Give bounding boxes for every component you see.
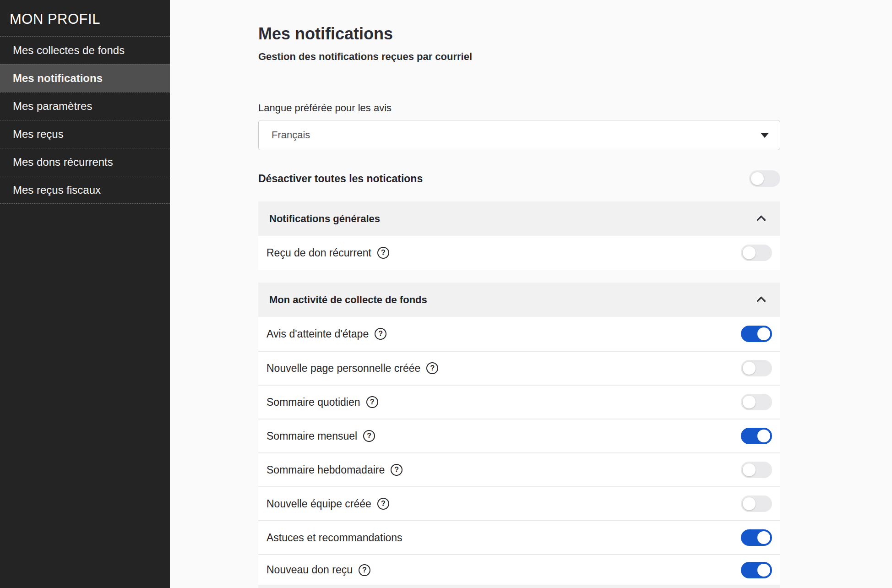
sidebar-item-parametres[interactable]: Mes paramètres	[0, 92, 170, 120]
help-icon[interactable]: ?	[366, 396, 378, 408]
row-label: Sommaire mensuel	[267, 430, 357, 442]
section-rows: Reçu de don récurrent ?	[258, 236, 780, 270]
help-icon[interactable]: ?	[359, 564, 370, 576]
row-label: Sommaire hebdomadaire	[267, 464, 385, 476]
row-label: Sommaire quotidien	[267, 396, 360, 408]
sidebar-item-recus-fiscaux[interactable]: Mes reçus fiscaux	[0, 176, 170, 204]
section-notifications-generales: Notifications générales Reçu de don récu…	[258, 201, 780, 270]
next-section-sliver	[258, 585, 780, 588]
help-icon[interactable]: ?	[426, 362, 438, 374]
notifications-settings-page: Mes notifications Gestion des notificati…	[258, 0, 780, 588]
section-title: Notifications générales	[269, 213, 380, 225]
disable-all-label: Désactiver toutes les notications	[258, 173, 423, 185]
section-header-notifications-generales[interactable]: Notifications générales	[258, 201, 780, 236]
row-recu-don-recurrent: Reçu de don récurrent ?	[258, 236, 780, 270]
sidebar-item-notifications[interactable]: Mes notifications	[0, 64, 170, 92]
row-avis-atteinte-etape: Avis d'atteinte d'étape ?	[258, 317, 780, 351]
page-subtitle: Gestion des notifications reçues par cou…	[258, 50, 780, 63]
section-title: Mon activité de collecte de fonds	[269, 294, 427, 306]
chevron-up-icon[interactable]	[756, 296, 766, 306]
toggle-nouveau-don-recu[interactable]	[741, 562, 772, 578]
language-select-value: Français	[272, 129, 310, 141]
help-icon[interactable]: ?	[377, 247, 389, 259]
profile-sidebar: MON PROFIL Mes collectes de fonds Mes no…	[0, 0, 170, 588]
section-mon-activite: Mon activité de collecte de fonds Avis d…	[258, 283, 780, 588]
chevron-up-icon[interactable]	[756, 215, 766, 225]
toggle-sommaire-hebdomadaire[interactable]	[741, 462, 772, 478]
disable-all-row: Désactiver toutes les notications	[258, 169, 780, 189]
sidebar-nav: Mes collectes de fonds Mes notifications…	[0, 36, 170, 204]
language-label: Langue préférée pour les avis	[258, 102, 780, 114]
toggle-nouvelle-equipe[interactable]	[741, 495, 772, 512]
page-title: Mes notifications	[258, 24, 780, 44]
disable-all-toggle[interactable]	[749, 170, 780, 187]
row-label: Nouveau don reçu	[267, 564, 353, 576]
section-header-mon-activite[interactable]: Mon activité de collecte de fonds	[258, 283, 780, 317]
sidebar-title: MON PROFIL	[0, 0, 170, 36]
toggle-astuces-recommandations[interactable]	[741, 529, 772, 546]
row-sommaire-hebdomadaire: Sommaire hebdomadaire ?	[258, 452, 780, 486]
toggle-sommaire-mensuel[interactable]	[741, 428, 772, 444]
row-label: Nouvelle équipe créée	[267, 498, 371, 510]
caret-down-icon	[761, 133, 769, 138]
row-label: Nouvelle page personnelle créée	[267, 362, 420, 375]
help-icon[interactable]: ?	[377, 498, 389, 510]
toggle-recu-don-recurrent[interactable]	[741, 245, 772, 261]
help-icon[interactable]: ?	[375, 328, 386, 340]
toggle-nouvelle-page-personnelle[interactable]	[741, 360, 772, 376]
toggle-sommaire-quotidien[interactable]	[741, 394, 772, 410]
row-nouvelle-equipe: Nouvelle équipe créée ?	[258, 486, 780, 520]
help-icon[interactable]: ?	[363, 430, 375, 442]
row-nouveau-don-recu: Nouveau don reçu ?	[258, 554, 780, 585]
row-nouvelle-page-personnelle: Nouvelle page personnelle créée ?	[258, 351, 780, 385]
sidebar-item-dons-recurrents[interactable]: Mes dons récurrents	[0, 148, 170, 176]
row-astuces-recommandations: Astuces et recommandations ?	[258, 520, 780, 554]
language-select[interactable]: Français	[258, 120, 780, 150]
help-icon[interactable]: ?	[391, 464, 402, 476]
row-label: Reçu de don récurrent	[267, 247, 371, 259]
section-rows: Avis d'atteinte d'étape ? Nouvelle page …	[258, 317, 780, 588]
row-sommaire-quotidien: Sommaire quotidien ?	[258, 385, 780, 419]
toggle-avis-atteinte-etape[interactable]	[741, 326, 772, 342]
sidebar-item-recus[interactable]: Mes reçus	[0, 120, 170, 148]
row-sommaire-mensuel: Sommaire mensuel ?	[258, 419, 780, 452]
sidebar-item-collectes[interactable]: Mes collectes de fonds	[0, 36, 170, 64]
row-label: Astuces et recommandations	[267, 532, 402, 544]
row-label: Avis d'atteinte d'étape	[267, 328, 369, 340]
